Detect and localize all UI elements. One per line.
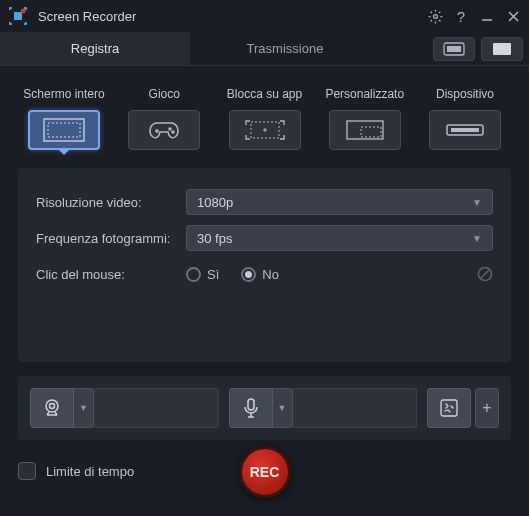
svg-point-22 <box>46 400 58 412</box>
timelimit-label: Limite di tempo <box>46 464 134 479</box>
mode-custom[interactable] <box>329 110 401 150</box>
mode-lockapp[interactable] <box>229 110 301 150</box>
minimize-icon[interactable] <box>479 8 495 24</box>
mode-label-fullscreen: Schermo intero <box>23 78 104 110</box>
svg-line-21 <box>481 270 489 278</box>
radio-yes-label: Sì <box>207 267 219 282</box>
block-icon <box>477 266 493 282</box>
close-icon[interactable] <box>505 8 521 24</box>
mode-label-game: Gioco <box>149 78 180 110</box>
svg-rect-7 <box>44 119 84 141</box>
svg-rect-6 <box>493 43 511 55</box>
svg-rect-25 <box>441 400 457 416</box>
webcam-dropdown[interactable]: ▼ <box>74 388 94 428</box>
mode-game[interactable] <box>128 110 200 150</box>
resolution-label: Risoluzione video: <box>36 195 186 210</box>
tab-record[interactable]: Registra <box>0 32 190 65</box>
chevron-down-icon: ▼ <box>472 233 482 244</box>
timelimit-checkbox[interactable] <box>18 462 36 480</box>
mode-label-device: Dispositivo <box>436 78 494 110</box>
app-logo <box>8 6 28 26</box>
mode-fullscreen[interactable] <box>28 110 100 150</box>
radio-icon <box>241 267 256 282</box>
webcam-field[interactable] <box>94 388 219 428</box>
radio-no-label: No <box>262 267 279 282</box>
microphone-dropdown[interactable]: ▼ <box>273 388 293 428</box>
svg-rect-24 <box>248 399 254 410</box>
settings-icon[interactable] <box>427 8 443 24</box>
resolution-dropdown[interactable]: 1080p ▼ <box>186 189 493 215</box>
svg-rect-16 <box>347 121 383 139</box>
svg-rect-5 <box>447 46 461 52</box>
microphone-field[interactable] <box>293 388 418 428</box>
mouseclick-radio-yes[interactable]: Sì <box>186 267 219 282</box>
svg-rect-17 <box>361 127 381 137</box>
svg-point-11 <box>169 128 171 130</box>
webcam-button[interactable] <box>30 388 74 428</box>
svg-point-23 <box>50 404 55 409</box>
preview-button[interactable] <box>433 37 475 61</box>
fps-dropdown[interactable]: 30 fps ▼ <box>186 225 493 251</box>
svg-rect-19 <box>451 128 479 132</box>
record-label: REC <box>250 464 280 480</box>
mouseclick-label: Clic del mouse: <box>36 267 186 282</box>
app-title: Screen Recorder <box>38 9 427 24</box>
mouseclick-radio-no[interactable]: No <box>241 267 279 282</box>
resolution-value: 1080p <box>197 195 233 210</box>
svg-rect-0 <box>14 12 22 20</box>
svg-rect-8 <box>48 123 80 137</box>
tab-stream[interactable]: Trasmissione <box>190 32 380 65</box>
fps-value: 30 fps <box>197 231 232 246</box>
microphone-button[interactable] <box>229 388 273 428</box>
mode-label-lockapp: Blocca su app <box>227 78 302 110</box>
add-overlay-button[interactable]: + <box>475 388 499 428</box>
svg-point-1 <box>21 9 26 14</box>
record-button[interactable]: REC <box>239 446 291 498</box>
window-button[interactable] <box>481 37 523 61</box>
overlay-button[interactable] <box>427 388 471 428</box>
mode-device[interactable] <box>429 110 501 150</box>
fps-label: Frequenza fotogrammi: <box>36 231 186 246</box>
svg-point-2 <box>433 14 437 18</box>
radio-icon <box>186 267 201 282</box>
chevron-down-icon: ▼ <box>472 197 482 208</box>
mode-label-custom: Personalizzato <box>325 78 404 110</box>
svg-point-12 <box>172 131 174 133</box>
help-icon[interactable]: ? <box>453 8 469 24</box>
